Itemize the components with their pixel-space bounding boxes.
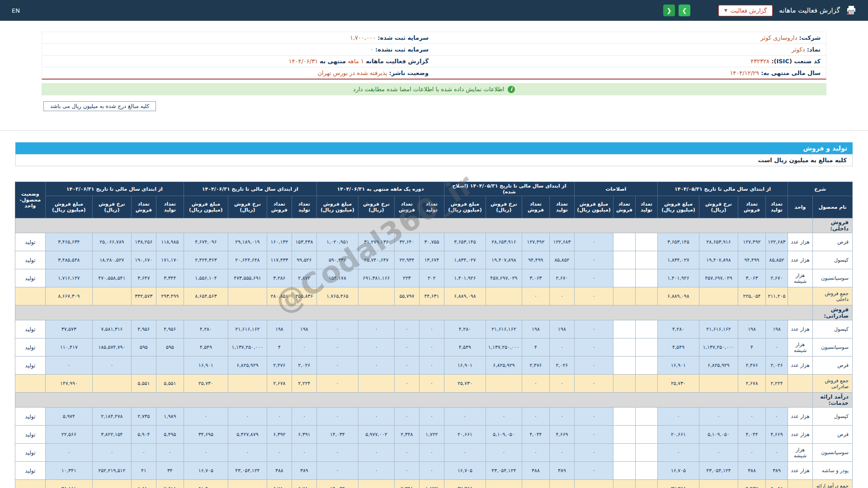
value-cell-corrected-amount: ۱,۸۳۴,۰۲۷ <box>444 251 486 269</box>
unit-cell <box>788 287 813 305</box>
value-cell-prev5-sold: ۲,۶۷۸ <box>738 375 766 393</box>
value-cell-prev_year-produced: ۱۱۸,۹۸۵ <box>156 233 184 251</box>
value-cell-corrections-produced <box>635 338 657 357</box>
value-cell-ytd-rate <box>228 375 267 393</box>
value-cell-month-sold: ۰ <box>394 375 419 393</box>
value-cell-ytd-rate: ۴۳,۰۵۴,۱۲۴ <box>228 462 267 480</box>
section-label: فروش صادراتی: <box>813 305 853 320</box>
section-label: فروش داخلی: <box>813 218 853 233</box>
value-cell-corrections-amount: ۰ <box>574 480 613 488</box>
value-cell-month-sold: ۲,۳۴۸ <box>394 480 419 488</box>
info-cell: گزارش فعالیت ماهانه ۱ ماهه منتهی به ۱۴۰۴… <box>42 56 434 67</box>
value-cell-corrections-amount: ۰ <box>574 408 613 426</box>
value-cell-prev5-amount: ۱,۸۳۴,۰۲۷ <box>657 251 699 269</box>
value-cell-corrections-amount: ۰ <box>574 251 613 269</box>
value-cell-corrections-sold <box>613 251 635 269</box>
print-icon[interactable] <box>846 6 856 15</box>
value-cell-month-rate <box>358 480 394 488</box>
value-cell-corrected-rate: ۴۳,۰۵۴,۱۲۴ <box>486 462 522 480</box>
value-cell-ytd-sold: ۶,۷۸۰ <box>267 480 292 488</box>
value-cell-corrected-rate <box>486 480 522 488</box>
value-cell-corrected-sold: ۳۸۸ <box>522 462 549 480</box>
value-cell-month-amount: ۰ <box>316 462 358 480</box>
value-cell-ytd-produced: ۱۵۳,۴۳۸ <box>292 233 316 251</box>
value-cell-prev5-sold: ۲۲۵,۰۵۴ <box>738 287 766 305</box>
product-name-header: نام محصول <box>813 196 853 218</box>
value-cell-ytd-amount: ۵۱,۴۰۰ <box>184 480 228 488</box>
col-header-rate: نرخ فروش (ریال) <box>486 196 522 218</box>
status-cell: تولید <box>15 408 45 426</box>
nav-back-button[interactable]: ❮ <box>663 5 675 16</box>
value-cell-prev5-rate: ۴۳,۰۵۴,۱۲۴ <box>699 462 738 480</box>
value-cell-month-amount: ۰ <box>316 375 358 393</box>
unit-cell: هزار شیشه <box>788 338 813 357</box>
value-cell-corrected-rate: ۰ <box>486 444 522 462</box>
value-cell-prev5-rate <box>699 480 738 488</box>
value-cell-corrected-sold: ۲,۴۷۶ <box>522 357 549 375</box>
value-cell-prev_year-rate: ۴۷۰,۵۵۸,۵۴۱ <box>92 269 131 287</box>
value-cell-corrected-amount: ۳۷,۳۶۶ <box>444 480 486 488</box>
value-cell-prev_year-sold: ۴۱ <box>131 462 156 480</box>
value-cell-month-amount: ۱۴,۰۳۴ <box>316 480 358 488</box>
value-cell-corrections-produced <box>635 233 657 251</box>
value-cell-corrected-sold: ۴,۰۴۴ <box>522 426 549 444</box>
report-type-button[interactable]: گزارش فعالیت ▼ <box>718 5 773 16</box>
value-cell-prev5-rate: ۰ <box>699 444 738 462</box>
value-cell-corrected-produced: ۸۵,۸۵۲ <box>549 251 574 269</box>
value-cell-prev_year-produced: ۰ <box>156 444 184 462</box>
value-cell-ytd-amount: ۴,۵۴۹ <box>184 338 228 357</box>
group-header-ytd: از ابتدای سال مالی تا تاریخ ۱۴۰۴/۰۶/۳۱ <box>184 182 316 196</box>
value-cell-prev5-rate: ۶,۸۲۵,۹۲۹ <box>699 357 738 375</box>
value-cell-corrected-amount: ۱۶,۷۰۵ <box>444 462 486 480</box>
value-cell-prev5-rate: ۰ <box>699 408 738 426</box>
nav-forward-button[interactable]: ❯ <box>679 5 690 16</box>
value-cell-prev_year-amount: ۸,۶۶۷,۳۰۹ <box>45 287 92 305</box>
value-cell-corrections-produced <box>635 320 657 338</box>
group-header-month: دوره یک ماهه منتهی به ۱۴۰۴/۰۶/۳۱ <box>316 182 444 196</box>
value-cell-prev_year-produced: ۳۴ <box>156 462 184 480</box>
group-header-corrected: از ابتدای سال مالی تا تاریخ ۱۴۰۴/۰۵/۳۱ (… <box>444 182 574 196</box>
registered-capital-label: سرمایه ثبت شده: <box>377 34 429 41</box>
value-cell-prev5-amount: ۱,۴۰۱,۹۲۶ <box>657 269 699 287</box>
value-cell-prev5-amount: ۱۶,۷۰۵ <box>657 462 699 480</box>
product-row: کپسولهزار عدد۸۵,۸۵۲۹۴,۴۹۹۱۹,۴۰۷,۸۹۸۱,۸۳۴… <box>15 251 852 269</box>
value-cell-month-sold: ۳۲,۶۴۰ <box>394 233 419 251</box>
col-header-rate: نرخ فروش (ریال) <box>699 196 738 218</box>
value-cell-corrections-amount: ۰ <box>574 287 613 305</box>
value-cell-prev5-rate <box>699 375 738 393</box>
table-area: شرحاز ابتدای سال مالی تا تاریخ ۱۴۰۴/۰۵/۳… <box>15 182 853 488</box>
value-cell-ytd-rate: ۰ <box>228 408 267 426</box>
value-cell-prev_year-amount: ۱۰,۳۴۱ <box>45 462 92 480</box>
value-cell-month-sold: ۰ <box>394 357 419 375</box>
divider <box>0 130 868 131</box>
value-cell-corrected-rate: ۰ <box>486 408 522 426</box>
registered-capital-value: ۱,۷۰۰,۰۰۰ <box>350 34 376 41</box>
col-header-amount: مبلغ فروش (میلیون ریال) <box>184 196 228 218</box>
col-header-sold: تعداد فروش <box>613 196 635 218</box>
col-header-amount: مبلغ فروش (میلیون ریال) <box>316 196 358 218</box>
alert-text: اطلاعات نمایش داده شده با اطلاعات امضا ش… <box>353 86 504 93</box>
value-cell-ytd-sold: ۲۸۰,۸۵۱ <box>267 287 292 305</box>
value-cell-month-rate: ۰ <box>358 320 394 338</box>
value-cell-prev_year-amount: ۱,۷۱۶,۱۲۷ <box>45 269 92 287</box>
value-cell-corrections-sold <box>613 375 635 393</box>
info-cell: شرکت: داروسازی کوثر <box>434 32 826 44</box>
unit-cell: هزار عدد <box>788 408 813 426</box>
info-cell: سال مالی منتهی به: ۱۴۰۴/۱۲/۲۹ <box>434 67 826 79</box>
value-cell-corrected-produced: ۳۸۹ <box>549 462 574 480</box>
value-cell-ytd-produced: ۶,۷۸۰ <box>292 480 316 488</box>
value-cell-corrected-produced: ۲,۶۷۰ <box>549 269 574 287</box>
total-row: جمع درآمد ارائه خدمات۵,۰۵۸۴,۴۳۲۳۷,۳۶۶۰۰۰… <box>15 480 852 488</box>
value-cell-month-rate: ۰ <box>358 338 394 357</box>
value-cell-prev5-produced: ۳۸۹ <box>766 462 788 480</box>
value-cell-month-amount: ۵۹۰,۳۳۶ <box>316 251 358 269</box>
value-cell-corrections-amount: ۰ <box>574 233 613 251</box>
info-row: شرکت: داروسازی کوثر سرمایه ثبت شده: ۱,۷۰… <box>42 32 826 44</box>
value-cell-corrected-produced: ۴,۶۶۹ <box>549 426 574 444</box>
value-cell-month-produced: ۱۳,۶۷۴ <box>419 251 444 269</box>
language-toggle[interactable]: EN <box>12 7 20 14</box>
value-cell-ytd-amount: ۲۵,۷۳۰ <box>184 375 228 393</box>
value-cell-prev5-produced: ۸۵,۸۵۲ <box>766 251 788 269</box>
value-cell-prev_year-rate: ۱۸,۲۸۰,۵۲۷ <box>92 251 131 269</box>
value-cell-corrected-amount: ۱,۴۰۱,۹۲۶ <box>444 269 486 287</box>
